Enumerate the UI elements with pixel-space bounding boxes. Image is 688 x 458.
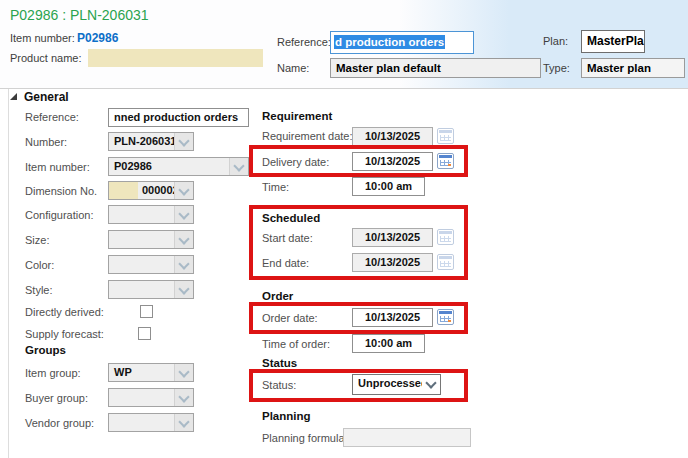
calendar-icon[interactable]	[437, 309, 454, 325]
item-number-header-value: P02986	[77, 31, 118, 45]
chevron-down-icon[interactable]	[422, 375, 440, 394]
order-date-field[interactable]: 10/13/2025	[352, 308, 433, 327]
vendor-group-combo[interactable]	[108, 413, 194, 432]
item-group-value: WP	[109, 364, 174, 381]
chevron-down-icon[interactable]	[229, 158, 248, 175]
size-value	[109, 231, 174, 248]
number-value: PLN-206031	[109, 133, 174, 150]
reference-selected-text: d production orders	[334, 35, 445, 49]
requirement-date-field: 10/13/2025	[352, 127, 433, 146]
item-number-label: Item number:	[25, 161, 90, 173]
color-combo[interactable]	[108, 255, 194, 274]
number-label: Number:	[25, 136, 67, 148]
status-value: Unprocessed	[353, 375, 422, 394]
configuration-value	[109, 206, 174, 223]
size-label: Size:	[25, 234, 49, 246]
size-combo[interactable]	[108, 230, 194, 249]
color-value	[109, 256, 174, 273]
color-label: Color:	[25, 259, 54, 271]
chevron-down-icon[interactable]	[174, 281, 193, 298]
order-section-header: Order	[262, 290, 293, 302]
item-number-combo[interactable]: P02986	[108, 157, 249, 176]
planning-section-header: Planning	[262, 410, 311, 422]
chevron-down-icon[interactable]	[174, 231, 193, 248]
chevron-down-icon[interactable]	[174, 364, 193, 381]
requirement-section-header: Requirement	[262, 110, 332, 122]
delivery-date-label: Delivery date:	[262, 156, 329, 168]
scheduled-section-header: Scheduled	[262, 212, 320, 224]
directly-derived-label: Directly derived:	[25, 306, 104, 318]
chevron-down-icon[interactable]	[174, 256, 193, 273]
item-group-combo[interactable]: WP	[108, 363, 194, 382]
start-date-field: 10/13/2025	[352, 228, 433, 247]
dimension-no-label: Dimension No.	[25, 185, 97, 197]
requirement-date-label: Requirement date:	[262, 130, 353, 142]
collapse-triangle-icon[interactable]	[10, 93, 17, 100]
supply-forecast-label: Supply forecast:	[25, 328, 104, 340]
end-date-field: 10/13/2025	[352, 253, 433, 272]
calendar-icon	[437, 229, 454, 245]
number-combo[interactable]: PLN-206031	[108, 132, 194, 151]
groups-section-header: Groups	[25, 344, 66, 356]
reference-input[interactable]: d production orders	[330, 31, 474, 54]
plan-label: Plan:	[543, 35, 568, 47]
delivery-date-field[interactable]: 10/13/2025	[352, 152, 433, 171]
dimension-no-combo[interactable]: 000002	[108, 181, 194, 200]
end-date-label: End date:	[262, 257, 309, 269]
chevron-down-icon[interactable]	[174, 133, 193, 150]
status-label: Status:	[262, 379, 296, 391]
reference-header-label: Reference:	[277, 36, 331, 48]
buyer-group-value	[109, 389, 174, 406]
reference-label: Reference:	[25, 111, 79, 123]
name-field: Master plan default	[330, 58, 541, 78]
calendar-icon	[437, 128, 454, 144]
product-name-field	[88, 49, 263, 67]
configuration-label: Configuration:	[25, 209, 94, 221]
page-title: P02986 : PLN-206031	[10, 7, 149, 23]
time-field[interactable]: 10:00 am	[352, 177, 425, 196]
supply-forecast-checkbox[interactable]	[138, 327, 151, 340]
type-field: Master plan	[581, 58, 685, 78]
product-name-label: Product name:	[10, 52, 82, 64]
style-value	[109, 281, 174, 298]
planning-formula-label: Planning formula:	[262, 432, 348, 444]
section-divider	[8, 89, 9, 458]
chevron-down-icon[interactable]	[174, 414, 193, 431]
planning-formula-field	[343, 428, 471, 447]
configuration-combo[interactable]	[108, 205, 194, 224]
item-number-header-label: Item number:	[10, 32, 75, 44]
general-section-header[interactable]: General	[24, 90, 69, 104]
order-date-label: Order date:	[262, 312, 318, 324]
vendor-group-value	[109, 414, 174, 431]
directly-derived-checkbox[interactable]	[140, 305, 153, 318]
calendar-icon	[437, 254, 454, 270]
time-of-order-label: Time of order:	[262, 338, 330, 350]
planned-production-order-form: P02986 : PLN-206031 Item number: P02986 …	[0, 0, 688, 458]
vendor-group-label: Vendor group:	[25, 417, 94, 429]
chevron-down-icon[interactable]	[174, 389, 193, 406]
time-of-order-field[interactable]: 10:00 am	[352, 334, 425, 353]
calendar-icon[interactable]	[437, 153, 454, 169]
buyer-group-combo[interactable]	[108, 388, 194, 407]
name-header-label: Name:	[277, 62, 309, 74]
type-label: Type:	[543, 62, 570, 74]
status-section-header: Status	[262, 357, 297, 369]
status-dropdown[interactable]: Unprocessed	[352, 374, 441, 395]
plan-field[interactable]: MasterPla	[581, 30, 645, 53]
buyer-group-label: Buyer group:	[25, 392, 88, 404]
time-label: Time:	[262, 181, 289, 193]
chevron-down-icon[interactable]	[174, 182, 193, 199]
dimension-tan-segment	[109, 182, 138, 199]
start-date-label: Start date:	[262, 232, 313, 244]
style-label: Style:	[25, 284, 53, 296]
reference-field[interactable]: nned production orders	[108, 108, 249, 127]
style-combo[interactable]	[108, 280, 194, 299]
chevron-down-icon[interactable]	[174, 206, 193, 223]
item-number-value: P02986	[109, 158, 229, 175]
item-group-label: Item group:	[25, 367, 81, 379]
